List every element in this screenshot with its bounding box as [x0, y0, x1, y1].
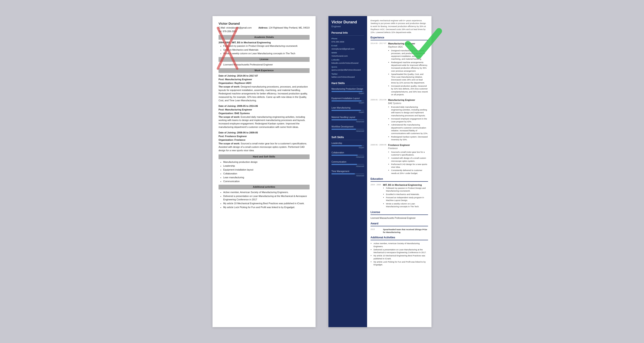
academic-degree: 2004-2008 - MIT, BS in Mechanical Engine… [218, 41, 271, 44]
work-entry-3: Date of Joining: 2008-06 to 2009-05 Post… [218, 131, 310, 152]
list-item: Wrote a weekly column on Lean Manufactur… [223, 52, 310, 55]
exp-entry-1: 2014-06 - 2017-07 Manufacturing Engineer… [370, 42, 428, 96]
list-item: Communication [223, 180, 310, 183]
skill-communication: Communication Advanced [332, 160, 364, 168]
list-item: Followed my passion in Product Design an… [223, 44, 310, 48]
skill-time-management: Time Management Advanced [332, 170, 364, 177]
additional-list: Active member, American Society of Manuf… [370, 242, 428, 266]
work-entry-2: Date of Joining: 2009-05 to 2014-06 Post… [218, 104, 310, 129]
left-tel: Tel: 978-289-2658 [218, 30, 310, 33]
list-item: Equipment installation layout [223, 168, 310, 172]
twitter-label: Twitter [332, 73, 364, 75]
right-name: Victor Durand [332, 20, 364, 25]
skill-workflow-development: Workflow Development Advanced [332, 125, 364, 133]
www-label: WWW [332, 51, 364, 54]
education-title: Education [370, 177, 428, 182]
list-item: Redesigned Kanban system. Decreased inve… [391, 135, 428, 141]
activities-header: Additional activities [218, 185, 310, 189]
resume-main-content: Energetic mechanical engineer with 9+ ye… [367, 16, 432, 327]
left-address-row: Address: 134 Rightward Way Portland, ME,… [258, 26, 310, 29]
list-item: Delivered a presentation on Lean Manufac… [223, 195, 310, 201]
linkedin-label: LinkedIn [332, 58, 364, 61]
resume-sidebar: Victor Durand Engineer Personal Info Pho… [328, 16, 367, 327]
www-value: VictorDurand.com [332, 54, 364, 57]
list-item: Performed CAD design for a new sports vi… [391, 163, 428, 169]
list-item: My article Lock Picking for Fun and Prof… [374, 260, 428, 266]
list-item: Manufacturing production design [223, 160, 310, 164]
skill-lean-manufacturing: Lean Manufacturing Expert [332, 106, 364, 114]
quora-label: Quora [332, 66, 364, 68]
list-item: Administered the manufacturing departmen… [391, 123, 428, 135]
skill-manufacturing-production: Manufacturing Production Design Expert [332, 87, 364, 95]
linkedin-value: linkedin.com/in/VictorJDurand [332, 61, 364, 64]
exp-entry-2: 2009-05 - 2014-06 Manufacturing Engineer… [370, 98, 428, 141]
right-title: Engineer [332, 25, 364, 28]
license-text: Licensed Massachusetts Professional Engi… [370, 217, 428, 220]
list-item: Licensed Massachusetts Professional Engi… [223, 63, 310, 66]
list-item: Spearheaded the Quality, Cost, and Time … [391, 73, 428, 84]
resume-summary: Energetic mechanical engineer with 9+ ye… [370, 19, 428, 34]
list-item: Designed manufacturing procedures, proce… [391, 49, 428, 60]
email-label: E-Mail: [218, 26, 226, 29]
exp-entry-3: 2008-06 - 2009-05 Freelance Engineer Fre… [370, 143, 428, 175]
right-resume: Victor Durand Engineer Personal Info Pho… [328, 16, 432, 327]
list-item: Executed daily manufacturing engineering… [391, 105, 428, 117]
award-entry: 2015 Spearheaded team that received Shin… [370, 228, 428, 234]
left-email-row: E-Mail: victorjdurand@gmail.com [218, 26, 252, 29]
email-value: victorjdurand@gmail.com [332, 47, 364, 50]
list-item: Consistently delivered to customer needs… [391, 169, 428, 175]
academic-header: Academic Details [218, 35, 310, 40]
list-item: Sourced a small motor gear box for a cus… [391, 151, 428, 156]
list-item: Increased employee engagement in the Lea… [391, 117, 428, 123]
left-email: victorjdurand@gmail.com [226, 26, 252, 29]
hard-skills-title: Hard Skills [332, 81, 364, 86]
list-item: My article 10 Mechanical Engineering Bes… [223, 202, 310, 205]
skill-equipment-installation: Equipment Installation Layout Expert [332, 97, 364, 104]
list-item: Increased production quality, measured b… [391, 84, 428, 96]
license-header: License [218, 57, 310, 62]
list-item: Redesigned machine arrangements departme… [391, 61, 428, 72]
edu-entry-1: 2004 - 2008 MIT, BS in Mechanical Engine… [370, 183, 428, 208]
email-label: E-mail [332, 44, 364, 47]
list-item: My article Lock Picking for Fun and Prof… [223, 206, 310, 209]
skills-header: Hard and Soft Skills [218, 154, 310, 159]
list-item: Active member, American Society of Manuf… [223, 191, 310, 194]
award-title: Award [370, 222, 428, 226]
work-header: Work Experience [218, 68, 310, 73]
experience-title: Experience [370, 36, 428, 40]
additional-title: Additional Activities [370, 236, 428, 240]
activities-list: Active member, American Society of Manuf… [218, 191, 310, 209]
list-item: Leadership [223, 164, 310, 168]
work-entry-1: Date of Joining: 2014-06 to 2017-07 Post… [218, 74, 310, 102]
quora-value: quora.com/profile/VictorJDurand [332, 68, 364, 71]
list-item: My article 10 Mechanical Engineering Bes… [374, 254, 428, 260]
skills-list: Manufacturing production design Leadersh… [218, 160, 310, 183]
phone-value: 978-289-2658 [332, 40, 364, 43]
list-item: Great in Mechanics and Materials [223, 48, 310, 52]
twitter-value: twitter.com/VictorJDurand [332, 75, 364, 78]
list-item: Collaboration [223, 172, 310, 175]
soft-skills-title: Soft Skills [332, 136, 364, 140]
list-item: Lean manufacturing [223, 176, 310, 179]
list-item: Assisted with design of a small custom m… [391, 157, 428, 162]
phone-label: Phone [332, 37, 364, 40]
personal-info-title: Personal Info [332, 31, 364, 36]
list-item: Followed my passion in Product Design an… [386, 187, 428, 192]
left-name: Victor Durand [218, 21, 310, 26]
skill-leadership: Leadership Expert [332, 142, 364, 149]
list-item: Pursued an independent study program in … [386, 196, 428, 202]
skill-collaboration: Collaboration Advanced [332, 151, 364, 159]
list-item: Wrote a weekly column on Lean Manufactur… [386, 202, 428, 208]
license-title: License [370, 210, 428, 215]
list-item: Excelled in Mechanics and Materials. [386, 193, 428, 196]
list-item: Active member, American Society of Manuf… [374, 242, 428, 248]
left-resume: Victor Durand E-Mail: victorjdurand@gmai… [212, 16, 316, 327]
list-item: Delivered a presentation on Lean Manufac… [374, 248, 428, 254]
skill-material-handling: Material Handling Layout Advanced [332, 116, 364, 123]
license-list: Licensed Massachusetts Professional Engi… [218, 63, 310, 66]
academic-bullets: Followed my passion in Product Design an… [218, 44, 310, 55]
